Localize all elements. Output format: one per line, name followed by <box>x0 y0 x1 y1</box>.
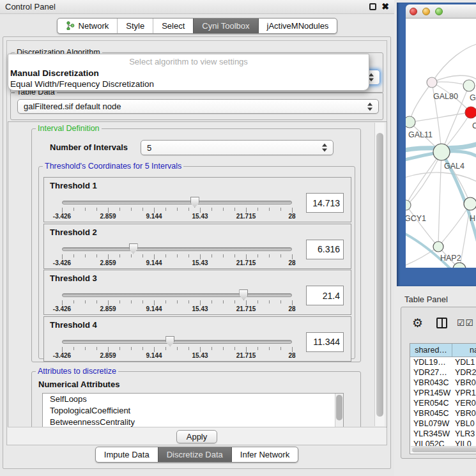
apply-button[interactable]: Apply <box>176 430 217 443</box>
cell-shared-name[interactable]: YDR27… <box>410 368 452 377</box>
network-node[interactable] <box>463 80 475 91</box>
cell-shared-name[interactable]: YER054C <box>410 399 452 408</box>
slider-track[interactable] <box>62 293 292 297</box>
traffic-light-zoom-icon[interactable] <box>435 8 443 15</box>
tick-label: 9.144 <box>146 259 162 266</box>
threshold-value-input[interactable] <box>306 286 344 305</box>
number-of-intervals-select[interactable]: 5 <box>141 140 334 155</box>
group-interval-definition: Interval Definition Number of Intervals … <box>31 128 361 362</box>
network-node[interactable] <box>406 116 415 128</box>
tab-select[interactable]: Select <box>153 19 193 33</box>
cell-name[interactable]: YER0 <box>452 399 476 408</box>
table-row[interactable]: YER054CYER0 <box>410 398 476 408</box>
table-row[interactable]: YBL079WYBL0 <box>410 418 476 429</box>
algorithm-option-equal-width-frequency-discretization[interactable]: Equal Width/Frequency Discretization <box>8 79 369 89</box>
slider-ticks <box>62 254 292 259</box>
tick-mark <box>177 347 178 350</box>
cell-shared-name[interactable]: YLR345W <box>410 429 452 438</box>
float-icon[interactable] <box>369 3 376 10</box>
close-icon[interactable]: ✖ <box>381 2 389 11</box>
network-node[interactable] <box>433 144 450 160</box>
list-item[interactable]: TopologicalCoefficient <box>43 405 343 417</box>
cell-name[interactable]: YDR2 <box>452 368 476 377</box>
cell-shared-name[interactable]: YPR145W <box>410 388 452 397</box>
tick-mark <box>257 208 258 211</box>
column-header-name[interactable]: na <box>452 344 476 357</box>
group-thresholds-label: Threshold's Coordinates for 5 Intervals <box>43 162 183 171</box>
threshold-slider[interactable]: -3.4262.8599.14415.4321.71528 <box>62 289 292 314</box>
cell-name[interactable]: YLR3 <box>452 429 476 438</box>
traffic-light-minimize-icon[interactable] <box>422 8 430 15</box>
network-node[interactable] <box>433 242 443 252</box>
list-item[interactable]: SelfLoops <box>43 394 343 405</box>
horizontal-scrollbar[interactable] <box>411 446 476 452</box>
network-window-titlebar[interactable] <box>406 4 476 19</box>
tab-cyni-toolbox[interactable]: Cyni Toolbox <box>193 19 257 33</box>
table-row[interactable]: YDR27…YDR2 <box>410 367 476 378</box>
tick-label: -3.426 <box>53 213 71 220</box>
vertical-scrollbar[interactable] <box>374 123 385 426</box>
algorithm-popup-hint: Select algorithm to view settings <box>8 56 369 68</box>
cell-name[interactable]: YPR1 <box>452 388 476 397</box>
threshold-value-input[interactable] <box>306 193 344 213</box>
columns-icon[interactable] <box>436 318 447 328</box>
gear-icon[interactable]: ⚙ <box>412 317 423 329</box>
table-row[interactable]: YBR043CYBR0 <box>410 378 476 388</box>
network-node[interactable] <box>465 107 476 118</box>
list-scrollbar-thumb[interactable] <box>336 395 342 420</box>
slider-thumb[interactable] <box>129 243 138 254</box>
table-row[interactable]: YDL19…YDL1 <box>410 357 476 367</box>
threshold-value-input[interactable] <box>306 332 344 352</box>
table-row[interactable]: YPR145WYPR1 <box>410 388 476 398</box>
slider-thumb[interactable] <box>190 197 199 208</box>
tick-mark <box>165 347 166 350</box>
list-scrollbar[interactable] <box>335 394 343 427</box>
node-table[interactable]: shared… na YDL19…YDL1YDR27…YDR2YBR043CYB… <box>410 343 476 454</box>
cell-shared-name[interactable]: YBR045C <box>410 409 452 418</box>
cell-name[interactable]: YBR0 <box>452 378 476 387</box>
tick-mark <box>257 347 258 350</box>
network-edge <box>438 204 470 247</box>
network-node[interactable] <box>464 197 476 210</box>
tick-label: 2.859 <box>100 213 116 220</box>
cell-shared-name[interactable]: YBR043C <box>410 378 452 387</box>
spinner-arrows-icon <box>322 143 328 153</box>
tab-jactivemnodules[interactable]: jActiveMNodules <box>258 19 337 33</box>
threshold-slider[interactable]: -3.4262.8599.14415.4321.71528 <box>62 197 292 221</box>
table-row[interactable]: YLR345WYLR3 <box>410 429 476 439</box>
tab-impute-data[interactable]: Impute Data <box>96 447 158 462</box>
attributes-list[interactable]: SelfLoopsTopologicalCoefficientBetweenne… <box>42 393 344 427</box>
slider-track[interactable] <box>62 201 292 204</box>
network-node[interactable] <box>453 263 466 268</box>
table-row[interactable]: YBR045CYBR0 <box>410 408 476 418</box>
vertical-scrollbar-thumb[interactable] <box>376 133 383 417</box>
threshold-value-input[interactable] <box>306 240 344 259</box>
select-columns-checkboxes-icon[interactable]: ☑☑ <box>457 318 474 328</box>
column-header-shared[interactable]: shared… <box>410 344 452 357</box>
tick-mark <box>280 347 281 350</box>
slider-track[interactable] <box>62 247 292 251</box>
traffic-light-close-icon[interactable] <box>410 8 417 15</box>
list-item[interactable]: BetweennessCentrality <box>43 417 343 427</box>
slider-track[interactable] <box>62 340 292 344</box>
slider-thumb[interactable] <box>239 289 248 300</box>
slider-thumb[interactable] <box>165 336 174 347</box>
cell-name[interactable]: YBL0 <box>452 419 476 428</box>
cell-name[interactable]: YDL1 <box>452 358 476 367</box>
network-canvas[interactable]: GAL80GAGAL11CGAL4GCY1HHAP2 <box>406 19 476 268</box>
network-node[interactable] <box>427 77 437 88</box>
cell-shared-name[interactable]: YBL079W <box>410 419 452 428</box>
table-data-select[interactable]: galFiltered.sif default node <box>17 99 379 114</box>
threshold-slider[interactable]: -3.4262.8599.14415.4321.71528 <box>62 336 292 360</box>
network-edge <box>410 82 432 122</box>
algorithm-option-manual-discretization[interactable]: Manual Discretization <box>8 68 369 79</box>
threshold-slider[interactable]: -3.4262.8599.14415.4321.71528 <box>62 243 292 268</box>
cell-shared-name[interactable]: YDL19… <box>410 358 452 367</box>
cell-name[interactable]: YBR0 <box>452 409 476 418</box>
tab-network[interactable]: Network <box>58 19 118 33</box>
tab-discretize-data[interactable]: Discretize Data <box>158 447 231 462</box>
tab-infer-network[interactable]: Infer Network <box>231 447 298 462</box>
tick-mark <box>96 347 97 350</box>
tab-style[interactable]: Style <box>117 19 153 33</box>
horizontal-scrollbar-thumb[interactable] <box>412 447 476 452</box>
